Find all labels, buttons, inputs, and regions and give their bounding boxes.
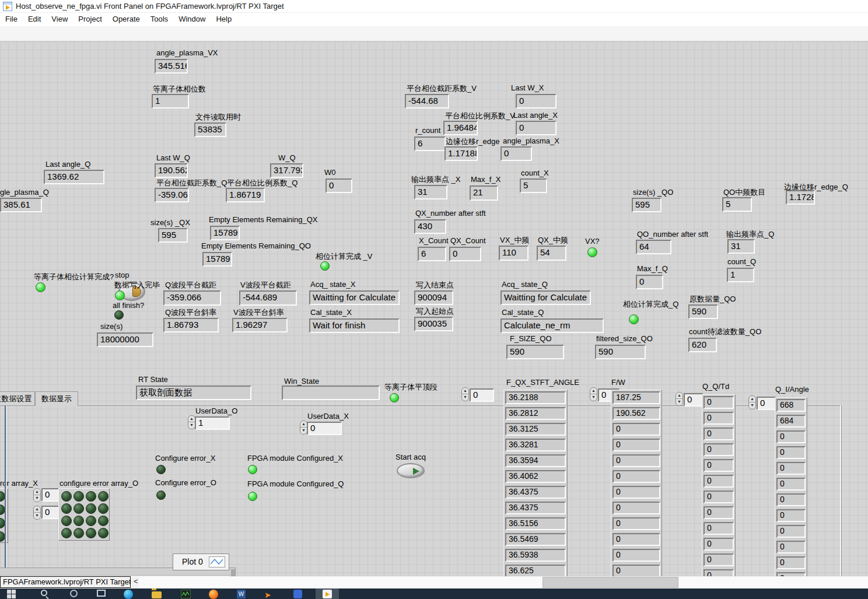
configure-error-array-o-led	[61, 528, 72, 538]
configure-error-array-x	[0, 488, 8, 543]
vx-if-display: 110	[499, 246, 528, 261]
plasma-phase-calc-done-led	[36, 282, 46, 292]
collapse-chevron-icon[interactable]: <	[134, 577, 138, 586]
empty-remaining-qo-label: Empty Elements Remaining_QO	[201, 241, 311, 250]
waveform-app-icon[interactable]	[181, 590, 191, 598]
q-band-slope-label: Q波段平台斜率	[165, 307, 216, 318]
all-finish-led	[114, 310, 124, 320]
task-view-icon[interactable]	[97, 590, 106, 597]
tab-data-settings[interactable]: 取数据设置	[0, 391, 35, 406]
f-qx-stft-angle-index-spinner[interactable]: ▲▼	[461, 387, 469, 401]
q-i-angle-index-spinner[interactable]: ▲▼	[748, 395, 756, 409]
qx-if-label: QX_中频	[538, 235, 568, 246]
f-qx-stft-angle-cell: 36.2188	[505, 391, 566, 404]
f-w-cell: 190.562	[612, 407, 660, 420]
labview-front-panel-window: Host_observe_ne_fpga.vi Front Panel on F…	[0, 0, 868, 599]
execution-target-tab[interactable]: FPGAFramework.lvproj/RT PXI Target	[0, 576, 131, 588]
edge-browser-icon[interactable]	[124, 590, 133, 599]
menu-item-window[interactable]: Window	[173, 13, 211, 26]
menu-item-tools[interactable]: Tools	[145, 13, 173, 26]
f-qx-stft-angle-cell: 36.4062	[505, 470, 566, 483]
userdata-x-label: UserData_X	[307, 412, 349, 421]
q-i-angle-index[interactable]: 0	[757, 397, 776, 410]
tab-body-left-highlight	[6, 405, 6, 576]
menu-item-file[interactable]: File	[0, 13, 23, 26]
stop-button-label: stop	[115, 271, 130, 279]
max-f-q-display: 0	[636, 275, 663, 289]
configure-error-array-o-led	[98, 503, 108, 514]
qx-if-display: 54	[537, 246, 566, 261]
configure-error-array-x-index1-spinner[interactable]: ▲▼	[33, 488, 41, 502]
f-qx-stft-angle-cell: 36.5156	[505, 517, 566, 530]
f-w-cell: 0	[612, 533, 660, 546]
plasma-phase-count-display: 1	[152, 94, 189, 108]
rt-state-display: 获取剖面数据	[136, 386, 251, 400]
raw-data-qo-label: 原数据量_QO	[690, 294, 736, 304]
tab-body-right-shadow	[841, 405, 842, 576]
f-qx-stft-angle-index[interactable]: 0	[470, 388, 494, 402]
plot-line-style-icon[interactable]	[209, 556, 225, 568]
f-w-cell: 0	[612, 470, 660, 483]
start-icon[interactable]	[7, 590, 16, 598]
qo-if-count-label: QO中频数目	[723, 187, 765, 198]
cortana-icon[interactable]	[70, 590, 78, 597]
menu-item-edit[interactable]: Edit	[23, 13, 46, 26]
file-explorer-icon[interactable]	[152, 590, 162, 598]
q-q-td-cell: 0	[704, 538, 734, 551]
cal-state-x-display: Wait for finish	[309, 318, 400, 333]
phase-calc-done-v-led	[320, 261, 330, 271]
cal-state-x-label: Cal_state_X	[310, 308, 352, 317]
win-state-display	[282, 386, 380, 400]
q-q-td-index[interactable]: 0	[684, 393, 704, 407]
userdata-x-field[interactable]: 0	[307, 422, 342, 435]
horizontal-scrollbar-thumb[interactable]	[542, 577, 678, 588]
q-q-td-cell: 0	[704, 459, 734, 472]
menu-item-help[interactable]: Help	[211, 13, 237, 26]
userdata-o-field[interactable]: 1	[195, 416, 230, 430]
q-i-angle-cell: 0	[776, 430, 806, 443]
plasma-flat-top-label: 等离子体平顶段	[384, 382, 438, 393]
last-w-q-display: 190.562	[155, 163, 188, 178]
plot-legend-label: Plot 0	[182, 557, 203, 566]
configure-error-array-o	[58, 488, 110, 541]
word-icon[interactable]: W	[237, 590, 246, 598]
menu-item-view[interactable]: View	[46, 13, 73, 26]
configure-error-array-o-led	[86, 503, 96, 514]
q-i-angle-cell: 684	[776, 415, 806, 428]
configure-error-array-o-led	[86, 528, 96, 538]
f-w-index-spinner[interactable]: ▲▼	[590, 387, 597, 401]
arrow-tool-icon[interactable]: ➤	[264, 590, 271, 599]
q-q-td-label: Q_Q/Td	[702, 382, 729, 391]
qx-number-after-stft-label: QX_number after stft	[415, 209, 486, 218]
v-band-slope-display: 1.96297	[232, 318, 288, 332]
edge-shift-r-edge-label: 边缘位移r_edge	[446, 136, 499, 147]
count-x-label: count_X	[521, 169, 549, 177]
f-qx-stft-angle-label: F_QX_STFT_ANGLE	[506, 378, 579, 387]
q-q-td-index-spinner[interactable]: ▲▼	[676, 392, 683, 406]
browser-icon[interactable]	[209, 590, 218, 599]
configure-error-array-x-index2-spinner[interactable]: ▲▼	[33, 506, 41, 520]
write-start-point-label: 写入起始点	[416, 306, 454, 317]
qx-number-after-stft-display: 430	[414, 219, 446, 234]
configure-error-array-o-led	[98, 516, 108, 526]
phase-calc-done-q-led	[629, 314, 639, 324]
tab-data-display[interactable]: 数据显示	[35, 391, 78, 406]
menu-item-project[interactable]: Project	[73, 13, 107, 26]
labview-taskbar-icon[interactable]	[323, 590, 332, 598]
search-icon[interactable]	[41, 590, 47, 596]
cal-state-q-label: Cal_state_Q	[502, 308, 544, 317]
plot-legend[interactable]: Plot 0	[173, 554, 229, 570]
horizontal-scrollbar-track[interactable]	[139, 577, 868, 588]
size-qx-label: size(s) _QX	[150, 218, 190, 227]
q-q-td-cell: 0	[704, 569, 734, 576]
start-acq-button[interactable]	[397, 463, 425, 478]
blue-app-icon[interactable]	[293, 590, 302, 598]
configure-error-array-o-led	[61, 516, 72, 526]
acq-state-x-label: Acq_ state_X	[310, 280, 355, 289]
last-w-x-label: Last W_X	[511, 83, 544, 92]
last-angle-x-display: 0	[516, 121, 556, 135]
x-count-label: X_Count	[419, 236, 449, 245]
menu-item-operate[interactable]: Operate	[107, 13, 145, 26]
fpga-configured-q-label: FPGA module Configured_Q	[247, 479, 344, 488]
q-q-td-cell: 0	[704, 396, 734, 409]
